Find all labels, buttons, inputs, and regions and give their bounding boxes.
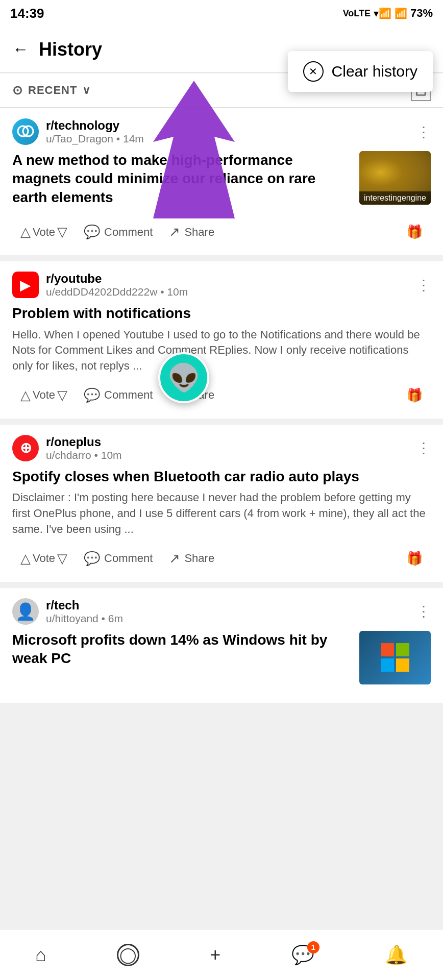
post-thumbnail[interactable] xyxy=(359,631,431,684)
post-preview: Disclaimer : I'm posting here because I … xyxy=(12,490,431,537)
post-body: Spotify closes when Bluetooth car radio … xyxy=(12,468,431,537)
post-text: A new method to make high-performance ma… xyxy=(12,151,351,211)
clear-history-label: Clear history xyxy=(332,63,417,80)
volte-icon: VoLTE xyxy=(343,8,371,19)
share-icon: ↗ xyxy=(169,224,180,240)
post-body: Microsoft profits down 14% as Windows hi… xyxy=(12,631,431,684)
post-title[interactable]: A new method to make high-performance ma… xyxy=(12,151,351,207)
post-title[interactable]: Microsoft profits down 14% as Windows hi… xyxy=(12,631,351,668)
upvote-button[interactable]: △ Vote ▽ xyxy=(12,219,76,245)
post-title[interactable]: Spotify closes when Bluetooth car radio … xyxy=(12,468,431,486)
signal-icon: 📶 xyxy=(395,7,407,19)
post-more-button[interactable]: ⋮ xyxy=(416,439,431,456)
post-meta: ▶ r/youtube u/eddDD4202Ddd222w • 10m xyxy=(12,272,188,298)
upvote-icon: △ xyxy=(20,551,31,567)
mascot-avatar: 👽 xyxy=(158,352,209,403)
clear-history-popup[interactable]: ✕ Clear history xyxy=(288,51,433,92)
chevron-down-icon: ∨ xyxy=(82,84,91,97)
nav-home[interactable]: ⌂ xyxy=(25,939,57,971)
downvote-icon: ▽ xyxy=(57,224,67,240)
comment-button[interactable]: 💬 Comment xyxy=(76,546,161,572)
nav-add[interactable]: + xyxy=(200,939,231,971)
post-info: r/technology u/Tao_Dragon • 14m xyxy=(46,118,144,145)
subreddit-avatar: 👤 xyxy=(12,598,39,625)
subreddit-name[interactable]: r/technology xyxy=(46,118,144,133)
battery-indicator: 73% xyxy=(410,7,433,20)
post-info: r/tech u/hittoyand • 6m xyxy=(46,598,123,625)
nav-explore[interactable]: ◯ xyxy=(107,939,150,971)
bottom-nav: ⌂ ◯ + 💬 1 🔔 xyxy=(0,929,443,980)
post-meta: 👤 r/tech u/hittoyand • 6m xyxy=(12,598,123,625)
post-body: Problem with notifications Hello. When I… xyxy=(12,304,431,374)
gift-icon: 🎁 xyxy=(406,551,423,567)
upvote-button[interactable]: △ Vote ▽ xyxy=(12,382,76,408)
svg-rect-6 xyxy=(381,658,394,672)
share-label: Share xyxy=(184,226,214,239)
subreddit-avatar xyxy=(12,118,39,145)
subreddit-avatar: ⊕ xyxy=(12,435,39,461)
post-thumbnail[interactable]: interestingengine xyxy=(359,151,431,205)
post-more-button[interactable]: ⋮ xyxy=(416,124,431,140)
post-more-button[interactable]: ⋮ xyxy=(416,277,431,293)
clock-icon: ⊙ xyxy=(12,83,23,97)
award-button[interactable]: 🎁 xyxy=(398,382,431,408)
share-button[interactable]: ↗ Share xyxy=(161,546,223,572)
bell-icon: 🔔 xyxy=(385,944,408,966)
comment-label: Comment xyxy=(104,226,153,239)
comment-icon: 💬 xyxy=(84,551,100,567)
mascot-icon: 👽 xyxy=(167,362,201,394)
subreddit-name[interactable]: r/tech xyxy=(46,598,123,612)
downvote-icon: ▽ xyxy=(57,551,67,567)
vote-label: Vote xyxy=(33,388,55,402)
nav-chat[interactable]: 💬 1 xyxy=(281,939,325,971)
post-title[interactable]: Problem with notifications xyxy=(12,304,431,323)
upvote-icon: △ xyxy=(20,224,31,240)
upvote-button[interactable]: △ Vote ▽ xyxy=(12,546,76,572)
subreddit-name[interactable]: r/oneplus xyxy=(46,435,122,449)
share-icon: ↗ xyxy=(169,551,180,567)
back-button[interactable]: ← xyxy=(12,40,29,59)
share-button[interactable]: ↗ Share xyxy=(161,219,223,245)
reddit-mascot-overlay: 👽 xyxy=(158,352,209,403)
comment-icon: 💬 xyxy=(84,387,100,403)
subreddit-name[interactable]: r/youtube xyxy=(46,272,188,286)
page-title: History xyxy=(39,39,102,60)
explore-icon: ◯ xyxy=(117,944,139,966)
award-button[interactable]: 🎁 xyxy=(398,546,431,572)
gift-icon: 🎁 xyxy=(406,224,423,240)
post-meta: ⊕ r/oneplus u/chdarro • 10m xyxy=(12,435,122,461)
thumbnail-label: interestingengine xyxy=(359,191,431,205)
post-meta: r/technology u/Tao_Dragon • 14m xyxy=(12,118,144,145)
gift-icon: 🎁 xyxy=(406,387,423,403)
clear-history-close-icon[interactable]: ✕ xyxy=(303,61,324,82)
vote-label: Vote xyxy=(33,226,55,239)
comment-button[interactable]: 💬 Comment xyxy=(76,219,161,245)
vote-label: Vote xyxy=(33,552,55,565)
post-preview: Hello. When I opened Youtube I used to g… xyxy=(12,327,431,374)
status-icons: VoLTE ▾📶 📶 73% xyxy=(343,7,433,20)
post-more-button[interactable]: ⋮ xyxy=(416,603,431,620)
post-card: ▶ r/youtube u/eddDD4202Ddd222w • 10m ⋮ P… xyxy=(0,261,443,419)
post-card: ⊕ r/oneplus u/chdarro • 10m ⋮ Spotify cl… xyxy=(0,425,443,582)
post-text: Problem with notifications Hello. When I… xyxy=(12,304,431,374)
home-icon: ⌂ xyxy=(35,944,46,966)
nav-notifications[interactable]: 🔔 xyxy=(375,939,418,971)
downvote-icon: ▽ xyxy=(57,387,67,403)
post-info: r/youtube u/eddDD4202Ddd222w • 10m xyxy=(46,272,188,298)
share-label: Share xyxy=(184,552,214,565)
award-button[interactable]: 🎁 xyxy=(398,219,431,245)
filter-recent[interactable]: ⊙ RECENT ∨ xyxy=(12,83,91,97)
svg-rect-7 xyxy=(396,658,409,672)
post-actions: △ Vote ▽ 💬 Comment ↗ Share 🎁 xyxy=(12,546,431,572)
wifi-icon: ▾📶 xyxy=(374,7,391,19)
post-header: 👤 r/tech u/hittoyand • 6m ⋮ xyxy=(12,598,431,625)
post-actions: △ Vote ▽ 💬 Comment ↗ Share 🎁 xyxy=(12,219,431,245)
post-text: Spotify closes when Bluetooth car radio … xyxy=(12,468,431,537)
post-user-time: u/hittoyand • 6m xyxy=(46,612,123,625)
comment-button[interactable]: 💬 Comment xyxy=(76,382,161,408)
comment-icon: 💬 xyxy=(84,224,100,240)
comment-label: Comment xyxy=(104,388,153,402)
post-header: ▶ r/youtube u/eddDD4202Ddd222w • 10m ⋮ xyxy=(12,272,431,298)
status-bar: 14:39 VoLTE ▾📶 📶 73% xyxy=(0,0,443,27)
chat-badge: 1 xyxy=(307,941,319,953)
